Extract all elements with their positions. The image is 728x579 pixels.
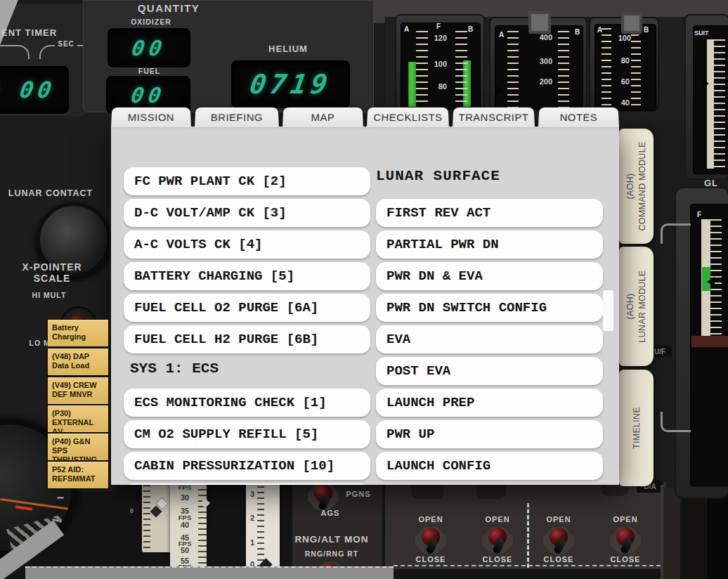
helium-display: 0719 bbox=[231, 60, 350, 108]
quick-button-line2: Charging bbox=[52, 332, 104, 341]
bottom-right-col-4 bbox=[707, 488, 728, 579]
glycol-red-wedge bbox=[691, 336, 728, 347]
pressure-gauge-tick-300: 300 bbox=[528, 57, 552, 65]
sidetab-line2: TIMELINE bbox=[630, 407, 642, 449]
quick-button-line2: DEF MNVR bbox=[52, 390, 104, 399]
oxidizer-display: 00 bbox=[108, 28, 190, 67]
alt-label-1: 1 bbox=[247, 538, 257, 547]
tab-map[interactable]: MAP bbox=[282, 108, 363, 127]
quick-button-p40-sps[interactable]: (P40) G&N SPS THRUSTING bbox=[48, 434, 108, 460]
checklist-item-fc-pwr-plant[interactable]: FC PWR PLANT CK [2] bbox=[124, 167, 370, 195]
quick-button-line2: REFSMMAT bbox=[52, 474, 104, 483]
ags-label: AGS bbox=[316, 509, 344, 517]
quick-button-line1: (P30) bbox=[52, 409, 104, 418]
quantity-gauge-bar-a bbox=[408, 62, 416, 107]
quantity-gauge-a: A bbox=[404, 25, 409, 33]
checklist-item-ecs-monitoring[interactable]: ECS MONITORING CHECK [1] bbox=[124, 389, 370, 417]
valve2-close-label: CLOSE bbox=[480, 555, 515, 564]
quick-button-p52-refsmmat[interactable]: P52 AID: REFSMMAT bbox=[48, 462, 108, 488]
quick-button-v48-dap[interactable]: (V48) DAP Data Load bbox=[48, 349, 108, 375]
suit-gauge-label: SUIT bbox=[694, 30, 709, 37]
checklist-item-pwr-dn-eva[interactable]: PWR DN & EVA bbox=[376, 262, 603, 290]
sidetab-lunar-module[interactable]: (AOH) LUNAR MODULE bbox=[619, 247, 654, 366]
checklist-item-first-rev-act[interactable]: FIRST REV ACT bbox=[376, 199, 603, 227]
percent-gauge-tick-80: 80 bbox=[613, 56, 630, 65]
quantity-gauge-tick-100: 100 bbox=[427, 60, 447, 68]
quick-button-p30-external-dv[interactable]: (P30) EXTERNAL ΔV bbox=[48, 405, 108, 432]
checklist-item-partial[interactable] bbox=[124, 483, 370, 485]
tab-checklists[interactable]: CHECKLISTS bbox=[367, 108, 449, 127]
sec-label: SEC bbox=[55, 40, 77, 48]
hi-mult-label: HI MULT bbox=[21, 291, 77, 299]
glycol-corner-label: GL bbox=[704, 178, 728, 189]
sidetab-command-module[interactable]: (AOH) COMMAND MODULE bbox=[619, 129, 654, 244]
checklist-item-o2-purge[interactable]: FUEL CELL O2 PURGE [6A] bbox=[124, 294, 370, 322]
checklist-item-post-eva[interactable]: POST EVA bbox=[376, 357, 603, 385]
checklist-item-pwr-up[interactable]: PWR UP bbox=[376, 420, 603, 448]
tab-mission[interactable]: MISSION bbox=[111, 108, 191, 127]
event-timer-display: 0 00 bbox=[0, 66, 69, 114]
alt-tape-ticks bbox=[257, 486, 264, 572]
sidetab-line2: LUNAR MODULE bbox=[637, 271, 649, 343]
section-header-lunar-surface: LUNAR SURFACE bbox=[376, 168, 500, 184]
timer-bracket-left bbox=[0, 45, 30, 59]
fps-label-7: 50 bbox=[174, 546, 195, 554]
quick-button-v49-crew[interactable]: (V49) CREW DEF MNVR bbox=[48, 377, 108, 404]
sidetab-timeline[interactable]: TIMELINE bbox=[619, 370, 654, 486]
valve4-close-label: CLOSE bbox=[608, 555, 643, 564]
tab-label: CHECKLISTS bbox=[373, 112, 443, 123]
checklist-item-launch-config[interactable]: LAUNCH CONFIG bbox=[376, 452, 603, 480]
rng-alt-mon-label: RNG/ALT MON bbox=[294, 534, 370, 545]
checklist-item-dc-volt-amp[interactable]: D-C VOLT/AMP CK [3] bbox=[124, 199, 370, 227]
helium-label: HELIUM bbox=[256, 44, 320, 55]
side-tape-ticks bbox=[143, 485, 150, 549]
x-pointer-line2: SCALE bbox=[6, 273, 98, 284]
checklist-item-ac-volts[interactable]: A-C VOLTS CK [4] bbox=[124, 230, 370, 259]
pressure-gauge-tick-200: 200 bbox=[528, 77, 552, 86]
tab-briefing[interactable]: BRIEFING bbox=[195, 108, 279, 127]
quantity-gauge-f: F bbox=[436, 22, 441, 30]
lunar-contact-label: LUNAR CONTACT bbox=[0, 188, 105, 198]
cockpit-screen: ENT TIMER SEC 0 00 QUANTITY OXIDIZER 00 … bbox=[0, 0, 728, 579]
panel-bracket-bottom bbox=[661, 412, 691, 432]
suit-gauge-tape bbox=[707, 39, 714, 169]
lamp-square-2 bbox=[621, 13, 642, 34]
sidetab-text: (AOH) COMMAND MODULE bbox=[625, 141, 649, 230]
quick-button-line2: Data Load bbox=[52, 361, 104, 370]
valve2-open-label: OPEN bbox=[480, 515, 515, 523]
percent-gauge-ticks-a bbox=[602, 28, 611, 110]
quick-button-line1: (V48) DAP bbox=[52, 352, 104, 361]
checklist-item-partial-pwr-dn[interactable]: PARTIAL PWR DN bbox=[376, 230, 603, 259]
tab-label: TRANSCRIPT bbox=[458, 112, 528, 123]
tab-label: MISSION bbox=[128, 112, 175, 123]
checklist-item-launch-prep[interactable]: LAUNCH PREP bbox=[376, 389, 603, 417]
quick-button-line1: Battery bbox=[52, 323, 104, 332]
quantity-title: QUANTITY bbox=[105, 2, 232, 14]
valve4-open-label: OPEN bbox=[608, 515, 643, 523]
event-timer-value: 0 00 bbox=[0, 77, 58, 103]
fdai-red-tip bbox=[15, 505, 32, 510]
quantity-gauge-tick-80: 80 bbox=[430, 82, 447, 91]
checklist-item-h2-purge[interactable]: FUEL CELL H2 PURGE [6B] bbox=[124, 325, 370, 353]
checklist-item-battery-charging[interactable]: BATTERY CHARGING [5] bbox=[124, 262, 370, 290]
checklist-item-eva[interactable]: EVA bbox=[376, 325, 603, 353]
percent-gauge-b: B bbox=[644, 26, 649, 34]
helium-value: 0719 bbox=[247, 69, 333, 100]
fuel-label: FUEL bbox=[119, 67, 179, 75]
tab-notes[interactable]: NOTES bbox=[538, 108, 619, 127]
checklist-item-pwr-dn-switch-config[interactable]: PWR DN SWITCH CONFIG bbox=[376, 294, 603, 322]
sidetab-text: (AOH) LUNAR MODULE bbox=[625, 271, 649, 343]
valve-divider-dashed bbox=[527, 503, 529, 568]
quantity-gauge-ticks-b bbox=[455, 31, 467, 107]
scrollbar-thumb[interactable] bbox=[603, 290, 613, 331]
valve1-close-label: CLOSE bbox=[413, 555, 448, 564]
tab-transcript[interactable]: TRANSCRIPT bbox=[453, 108, 535, 127]
alt-label-2: 2 bbox=[247, 514, 257, 522]
quick-button-battery-charging[interactable]: Battery Charging bbox=[48, 320, 108, 346]
checklist-item-cm-o2-refill[interactable]: CM O2 SUPPLY REFILL [5] bbox=[124, 420, 370, 448]
checklist-item-cabin-pressurization[interactable]: CABIN PRESSURIZATION [10] bbox=[124, 452, 370, 480]
glycol-pointer bbox=[707, 277, 715, 287]
percent-gauge-tick-100: 100 bbox=[613, 34, 631, 42]
percent-gauge-tick-60: 60 bbox=[613, 77, 630, 86]
pressure-gauge-a: A bbox=[499, 31, 504, 39]
